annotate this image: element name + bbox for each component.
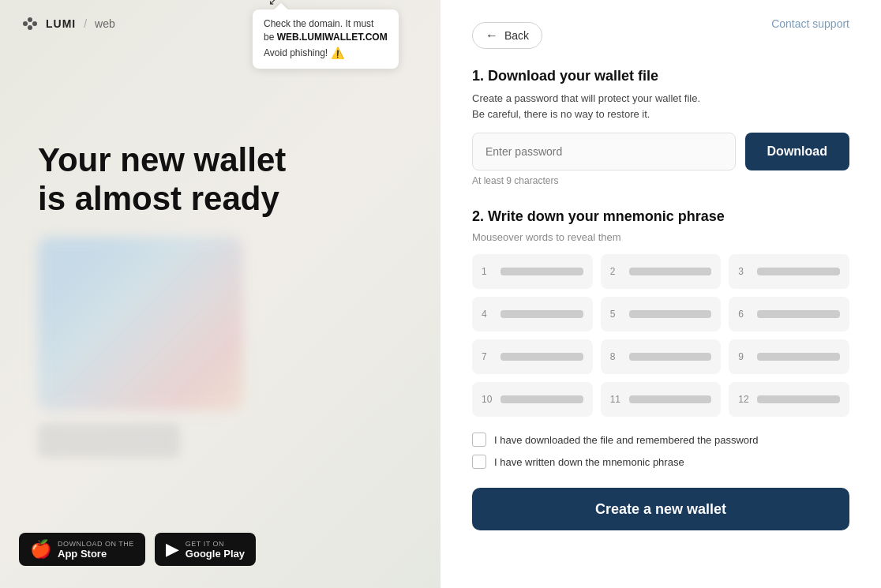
mnemonic-cell-1: 1 [472,254,593,289]
hero-line1: Your new wallet [38,141,286,178]
mnemonic-grid: 1 2 3 4 5 6 7 [472,254,849,417]
download-button[interactable]: Download [745,133,849,170]
google-play-badge[interactable]: ▶ GET IT ON Google Play [155,533,256,566]
mnemonic-word-10 [500,395,583,403]
mnemonic-cell-11: 11 [601,382,722,417]
hero-line2: is almost ready [38,180,279,217]
phishing-warning-text: Avoid phishing! [264,47,328,60]
mnemonic-cell-3: 3 [729,254,849,289]
mnemonic-cell-5: 5 [601,297,722,331]
apple-icon: 🍎 [30,539,51,560]
phishing-tooltip: ↙ Check the domain. It must be WEB.LUMIW… [253,9,399,69]
svg-point-2 [32,21,37,26]
mnemonic-word-3 [757,268,840,275]
mnemonic-cell-4: 4 [472,297,593,331]
phishing-line1: Check the domain. It must [264,18,373,29]
mnemonic-word-2 [629,268,712,275]
mnemonic-cell-12: 12 [729,382,849,417]
section-mnemonic: 2. Write down your mnemonic phrase Mouse… [472,208,849,417]
checkbox-downloaded[interactable] [472,433,486,447]
mouseover-hint: Mouseover words to reveal them [472,231,849,243]
svg-point-0 [23,21,28,26]
google-play-sub: GET IT ON [186,540,245,548]
app-badges: 🍎 Download on the App Store ▶ GET IT ON … [19,533,422,566]
mnemonic-word-5 [629,310,712,318]
mnemonic-word-12 [757,395,840,403]
create-wallet-button[interactable]: Create a new wallet [472,488,849,530]
password-row: Download [472,133,849,170]
left-main: Your new wallet is almost ready [19,35,422,533]
checkbox-written[interactable] [472,455,486,469]
phishing-line2: be [264,32,277,43]
right-panel: Contact support ← Back 1. Download your … [440,0,881,588]
mnemonic-word-9 [757,353,840,361]
mnemonic-word-6 [757,310,840,318]
logo-brand: LUMI [46,17,76,30]
left-panel: LUMI / web ↙ Check the domain. It must b… [0,0,440,588]
section1-desc: Create a password that will protect your… [472,91,849,122]
back-arrow-icon: ← [485,28,498,43]
google-play-label: Google Play [186,548,245,560]
mnemonic-word-1 [500,268,583,275]
checkbox-row-1[interactable]: I have downloaded the file and remembere… [472,433,849,447]
app-store-label: App Store [58,548,134,560]
section2-title: 2. Write down your mnemonic phrase [472,208,849,225]
mnemonic-cell-8: 8 [601,339,722,374]
app-store-text: Download on the App Store [58,540,134,560]
section1-desc-line1: Create a password that will protect your… [472,92,700,104]
mnemonic-word-11 [629,395,712,403]
app-store-badge[interactable]: 🍎 Download on the App Store [19,533,145,566]
mnemonic-cell-6: 6 [729,297,849,331]
hero-text: Your new wallet is almost ready [38,141,286,218]
mnemonic-word-8 [629,353,712,361]
password-hint: At least 9 characters [472,175,849,186]
svg-point-3 [28,25,32,30]
blurred-button-graphic [38,423,180,458]
logo-platform: web [95,17,115,30]
mnemonic-cell-7: 7 [472,339,593,374]
blurred-cards-graphic [38,237,243,410]
lumi-logo-icon [19,13,41,35]
mnemonic-cell-2: 2 [601,254,722,289]
checkbox-downloaded-label: I have downloaded the file and remembere… [494,434,759,446]
mnemonic-word-7 [500,353,583,361]
mnemonic-cell-10: 10 [472,382,593,417]
section1-title: 1. Download your wallet file [472,68,849,84]
warning-icon: ⚠️ [331,46,344,62]
svg-point-1 [28,17,32,22]
back-label: Back [504,29,529,42]
checkboxes: I have downloaded the file and remembere… [472,433,849,469]
google-play-icon: ▶ [166,539,179,560]
mnemonic-word-4 [500,310,583,318]
checkbox-written-label: I have written down the mnemonic phrase [494,456,684,468]
checkbox-row-2[interactable]: I have written down the mnemonic phrase [472,455,849,469]
back-button[interactable]: ← Back [472,22,542,49]
contact-support-link[interactable]: Contact support [771,17,849,30]
logo-divider: / [84,17,87,30]
password-input[interactable] [472,133,736,170]
app-store-sub: Download on the [58,540,134,548]
google-play-text: GET IT ON Google Play [186,540,245,560]
section-download: 1. Download your wallet file Create a pa… [472,68,849,189]
phishing-domain: WEB.LUMIWALLET.COM [277,32,388,43]
mnemonic-cell-9: 9 [729,339,849,374]
section1-desc-line2: Be careful, there is no way to restore i… [472,108,650,120]
